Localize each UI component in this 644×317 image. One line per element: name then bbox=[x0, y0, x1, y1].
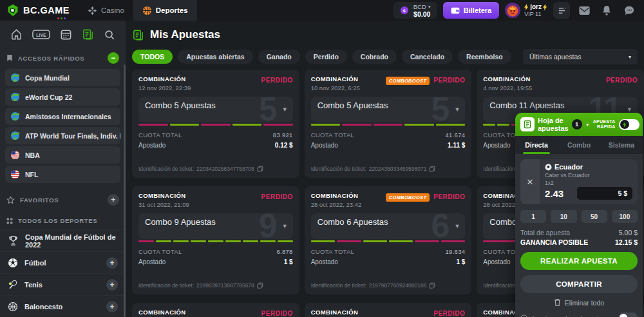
copy-icon[interactable] bbox=[257, 282, 263, 289]
apostado-label: Apostado bbox=[138, 258, 166, 265]
currency-selector[interactable]: ¢ BCD ▾ $0.00 bbox=[393, 2, 437, 19]
chevron-down-icon[interactable]: ▼ bbox=[454, 223, 460, 229]
cuota-total-value: 19.634 bbox=[445, 248, 465, 255]
expand-plus-button[interactable]: + bbox=[106, 257, 118, 269]
ticket-id-prefix: Identificación de ticket: bbox=[138, 166, 194, 172]
expand-plus-button[interactable]: + bbox=[106, 279, 118, 291]
quick-amount-button[interactable]: 50 bbox=[582, 210, 607, 223]
sidebar-quick-item[interactable]: NFL bbox=[5, 166, 120, 183]
filter-chip[interactable]: Apuestas abiertas bbox=[178, 50, 252, 64]
selection-match: Catar vs Ecuador bbox=[545, 172, 632, 178]
filter-chip[interactable]: Cancelado bbox=[402, 50, 453, 64]
utility-icons bbox=[553, 2, 638, 19]
betslip-tab-combo[interactable]: Combo bbox=[558, 136, 600, 154]
betslip-tabs: Directa Combo Sistema bbox=[515, 136, 643, 154]
collapse-minus-button[interactable]: − bbox=[108, 52, 119, 64]
bet-date: 31 oct 2022, 21:09 bbox=[138, 201, 189, 208]
copy-icon[interactable] bbox=[429, 166, 435, 172]
bet-date: 12 nov 2022, 22:39 bbox=[138, 84, 191, 91]
bet-list-icon[interactable] bbox=[553, 2, 570, 19]
user-profile[interactable]: jorz VIP 11 bbox=[505, 3, 547, 18]
filter-chip[interactable]: Ganado bbox=[258, 50, 300, 64]
calendar-icon[interactable] bbox=[60, 28, 72, 41]
globe-icon bbox=[10, 92, 20, 102]
combo-panel[interactable]: Combo 5 Apuestas 5 ▼ bbox=[311, 97, 466, 122]
share-button[interactable]: COMPARTIR bbox=[520, 275, 638, 293]
cuota-total-value: 41.674 bbox=[445, 131, 465, 139]
mail-icon[interactable] bbox=[576, 2, 592, 19]
sidebar-sport-item[interactable]: Fútbol + bbox=[0, 251, 126, 273]
chevron-down-icon[interactable]: ▼ bbox=[454, 106, 460, 113]
quick-amounts: 1 10 50 100 bbox=[520, 210, 638, 223]
filter-chip-label: Cancelado bbox=[410, 53, 444, 61]
leg-result-segment bbox=[311, 124, 341, 126]
remove-selection-button[interactable]: ✕ bbox=[520, 159, 540, 204]
copy-icon[interactable] bbox=[429, 282, 435, 289]
leg-result-segment bbox=[363, 240, 387, 242]
accept-odds-toggle[interactable] bbox=[618, 312, 638, 317]
sidebar-quick-item[interactable]: eWorld Cup 22 bbox=[5, 88, 120, 106]
sidebar-quick-item[interactable]: ATP World Tour Finals, Indiv. Masc. bbox=[5, 127, 120, 144]
filter-chip[interactable]: Perdido bbox=[305, 50, 347, 64]
filter-chip[interactable]: TODOS bbox=[132, 50, 173, 64]
betslip-tab-sistema[interactable]: Sistema bbox=[600, 136, 643, 154]
filter-chip[interactable]: Reembolso bbox=[458, 50, 511, 64]
leg-result-segment bbox=[441, 240, 465, 242]
sidebar-quick-item[interactable]: NBA bbox=[5, 146, 120, 164]
filter-chip[interactable]: Cobrado bbox=[352, 50, 397, 64]
brand-logo[interactable]: BC.GAME bbox=[6, 4, 70, 17]
chevron-down-icon[interactable]: ▼ bbox=[585, 122, 590, 127]
globe-icon bbox=[10, 73, 20, 82]
chat-icon[interactable] bbox=[621, 2, 638, 19]
topbar-tab-deportes[interactable]: Deportes bbox=[133, 0, 197, 21]
live-icon[interactable]: LIVE bbox=[32, 28, 50, 41]
chevron-down-icon[interactable]: ▼ bbox=[282, 106, 288, 113]
accept-odds-changes-label: Aceptar cambios de cuotas bbox=[531, 314, 605, 317]
quick-amount-button[interactable]: 1 bbox=[520, 210, 546, 223]
filter-chip-label: TODOS bbox=[140, 53, 164, 61]
stake-input[interactable]: 5 $ bbox=[577, 187, 632, 200]
place-bet-button[interactable]: REALIZAR APUESTA bbox=[520, 252, 638, 270]
quick-bet-toggle[interactable] bbox=[619, 119, 639, 130]
combo-panel[interactable]: Combo 5 Apuestas 5 ▼ bbox=[138, 97, 293, 122]
search-icon[interactable] bbox=[104, 29, 115, 41]
home-icon[interactable] bbox=[10, 28, 23, 41]
page-title: Mis Apuestas bbox=[150, 28, 220, 41]
remove-all-button[interactable]: Eliminar todo bbox=[520, 298, 638, 307]
leg-result-segment bbox=[311, 240, 335, 242]
bet-card: COMBINACIÓN 12 nov 2022, 22:39 COMBOBOOS… bbox=[132, 70, 299, 178]
sidebar-nav: LIVE bbox=[0, 24, 126, 47]
sort-dropdown[interactable]: Últimas apuestas ▾ bbox=[523, 49, 638, 64]
apostado-label: Apostado bbox=[311, 142, 338, 149]
copy-icon[interactable] bbox=[257, 166, 263, 172]
combo-panel[interactable]: Combo 6 Apuestas 6 ▼ bbox=[311, 213, 466, 239]
favorites-add-button[interactable]: + bbox=[108, 194, 119, 206]
sidebar-quick-item[interactable]: Amistosos Internacionales bbox=[5, 108, 120, 125]
betslip-tab-directa[interactable]: Directa bbox=[515, 136, 558, 154]
sidebar-sport-item[interactable]: Baloncesto + bbox=[0, 295, 126, 317]
quick-amount-button[interactable]: 100 bbox=[612, 210, 638, 223]
wallet-button[interactable]: Billetera bbox=[443, 2, 499, 19]
quick-amount-button[interactable]: 10 bbox=[551, 210, 576, 223]
chevron-down-icon[interactable]: ▼ bbox=[282, 223, 288, 229]
sports-list: Copa Mundial de Fútbol de 2022 + Fútbol … bbox=[0, 229, 126, 317]
sidebar-quick-item[interactable]: Copa Mundial bbox=[5, 69, 120, 86]
sort-value: Últimas apuestas bbox=[529, 53, 582, 61]
chevron-down-icon[interactable]: ▼ bbox=[627, 106, 632, 113]
my-bets-icon[interactable] bbox=[82, 28, 94, 41]
sidebar-sport-item[interactable]: Copa Mundial de Fútbol de 2022 + bbox=[0, 229, 126, 251]
top-bar: BC.GAME Casino Deportes ¢ BCD ▾ $0.00 bbox=[0, 0, 644, 21]
sidebar-scrollbar[interactable] bbox=[124, 64, 126, 317]
combo-panel[interactable]: Combo 9 Apuestas 9 ▼ bbox=[138, 213, 293, 239]
bell-icon[interactable] bbox=[598, 2, 615, 19]
leg-result-segment bbox=[138, 124, 168, 126]
expand-plus-button[interactable]: + bbox=[106, 301, 118, 312]
filter-chip-label: Apuestas abiertas bbox=[186, 53, 244, 61]
vip-level: VIP 11 bbox=[524, 11, 547, 18]
ticket-id-prefix: Identificación de ticket: bbox=[311, 282, 366, 289]
betslip-tab-label: Combo bbox=[567, 141, 591, 149]
grid-icon bbox=[6, 218, 13, 224]
sidebar-sport-item[interactable]: Tenis + bbox=[0, 273, 126, 295]
info-icon bbox=[520, 314, 527, 317]
topbar-tab-casino[interactable]: Casino bbox=[79, 0, 133, 21]
